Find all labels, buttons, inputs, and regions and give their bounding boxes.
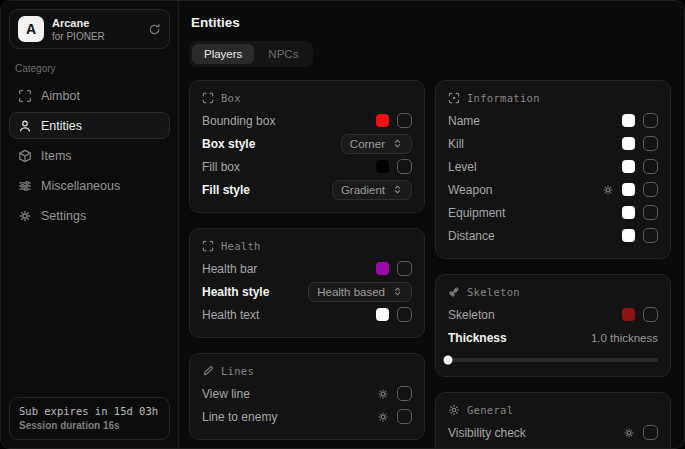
thickness-slider[interactable] — [448, 358, 658, 362]
gear-mini-icon[interactable] — [377, 411, 389, 423]
setting-row-view-line: View line — [202, 382, 412, 405]
setting-label: Fill box — [202, 160, 240, 174]
sidebar-item-items[interactable]: Items — [9, 142, 170, 169]
tab-players[interactable]: Players — [192, 44, 254, 64]
gear-mini-icon[interactable] — [623, 427, 635, 439]
dropdown-value: Gradient — [341, 184, 385, 196]
color-swatch[interactable] — [376, 262, 389, 275]
app-logo: A — [18, 16, 44, 42]
brand-text: Arcane for PIONER — [52, 17, 105, 42]
checkbox[interactable] — [397, 113, 412, 128]
gear-mini-icon[interactable] — [602, 184, 614, 196]
sidebar-item-label: Miscellaneous — [41, 179, 120, 193]
health-panel-icon — [202, 240, 214, 252]
tab-npcs[interactable]: NPCs — [256, 44, 310, 64]
color-swatch[interactable] — [622, 206, 635, 219]
sidebar-item-settings[interactable]: Settings — [9, 202, 170, 229]
app-window: A Arcane for PIONER Category Aimbot Enti… — [0, 0, 685, 449]
checkbox[interactable] — [643, 113, 658, 128]
checkbox[interactable] — [397, 409, 412, 424]
setting-label: Fill style — [202, 183, 250, 197]
box-style-dropdown[interactable]: Corner — [341, 134, 412, 154]
information-panel-icon — [448, 92, 460, 104]
dropdown-value: Health based — [317, 286, 385, 298]
color-swatch[interactable] — [376, 308, 389, 321]
thickness-value: 1.0 thickness — [591, 332, 658, 344]
sidebar-item-aimbot[interactable]: Aimbot — [9, 82, 170, 109]
slider-thumb[interactable] — [444, 356, 453, 365]
session-duration-text: Session duration 16s — [19, 420, 160, 431]
panel-information-header: Information — [448, 92, 658, 104]
panel-box-header: Box — [202, 92, 412, 104]
setting-label: Kill — [448, 137, 464, 151]
sidebar-item-miscellaneous[interactable]: Miscellaneous — [9, 172, 170, 199]
color-swatch[interactable] — [622, 308, 635, 321]
setting-row-skeleton: Skeleton — [448, 303, 658, 326]
setting-row-health-text: Health text — [202, 303, 412, 326]
checkbox[interactable] — [397, 386, 412, 401]
checkbox[interactable] — [643, 136, 658, 151]
panel-skeleton: Skeleton Skeleton Thickness 1.0 thicknes… — [435, 274, 671, 377]
setting-label: Name — [448, 114, 480, 128]
panel-health: Health Health bar Health style Health ba… — [189, 228, 425, 338]
items-icon — [18, 149, 32, 163]
fill-style-dropdown[interactable]: Gradient — [332, 180, 412, 200]
color-swatch[interactable] — [622, 114, 635, 127]
color-swatch[interactable] — [376, 160, 389, 173]
setting-row-line-to-enemy: Line to enemy — [202, 405, 412, 428]
subscription-card: Sub expires in 15d 03h Session duration … — [9, 397, 170, 440]
panel-general-header: General — [448, 404, 658, 416]
main-content: Entities Players NPCs Box Bounding box — [179, 1, 684, 448]
setting-row-name: Name — [448, 109, 658, 132]
setting-label: Health bar — [202, 262, 257, 276]
setting-label: Box style — [202, 137, 255, 151]
category-label: Category — [15, 63, 164, 74]
checkbox[interactable] — [397, 307, 412, 322]
checkbox[interactable] — [643, 159, 658, 174]
panel-title: Box — [221, 92, 241, 104]
sidebar-item-entities[interactable]: Entities — [9, 112, 170, 139]
health-style-dropdown[interactable]: Health based — [308, 282, 412, 302]
setting-label: Weapon — [448, 183, 492, 197]
panel-lines: Lines View line Line to enemy — [189, 353, 425, 440]
miscellaneous-icon — [18, 179, 32, 193]
checkbox[interactable] — [643, 205, 658, 220]
checkbox[interactable] — [397, 261, 412, 276]
setting-row-fill-box: Fill box — [202, 155, 412, 178]
checkbox[interactable] — [397, 159, 412, 174]
sidebar-item-label: Settings — [41, 209, 86, 223]
dropdown-unfold-icon — [392, 184, 403, 195]
checkbox[interactable] — [643, 182, 658, 197]
color-swatch[interactable] — [622, 137, 635, 150]
checkbox[interactable] — [643, 307, 658, 322]
skeleton-panel-icon — [448, 286, 460, 298]
panel-general: General Visibility check Max distance 50… — [435, 392, 671, 449]
setting-label: Skeleton — [448, 308, 495, 322]
checkbox[interactable] — [643, 228, 658, 243]
panel-skeleton-header: Skeleton — [448, 286, 658, 298]
setting-row-distance: Distance — [448, 224, 658, 247]
setting-row-equipment: Equipment — [448, 201, 658, 224]
sub-expiry-text: Sub expires in 15d 03h — [19, 405, 160, 417]
sidebar-item-label: Items — [41, 149, 72, 163]
setting-label: Line to enemy — [202, 410, 277, 424]
panel-lines-header: Lines — [202, 365, 412, 377]
setting-label: Health text — [202, 308, 259, 322]
setting-label: Bounding box — [202, 114, 275, 128]
color-swatch[interactable] — [376, 114, 389, 127]
color-swatch[interactable] — [622, 229, 635, 242]
logo-letter: A — [26, 21, 36, 37]
refresh-icon[interactable] — [148, 23, 161, 36]
setting-row-visibility-check: Visibility check — [448, 421, 658, 444]
color-swatch[interactable] — [622, 160, 635, 173]
gear-mini-icon[interactable] — [377, 388, 389, 400]
settings-icon — [18, 209, 32, 223]
color-swatch[interactable] — [622, 183, 635, 196]
panel-title: Lines — [221, 365, 254, 377]
checkbox[interactable] — [643, 425, 658, 440]
setting-label: Equipment — [448, 206, 505, 220]
panel-title: Skeleton — [467, 286, 520, 298]
setting-row-weapon: Weapon — [448, 178, 658, 201]
panel-health-header: Health — [202, 240, 412, 252]
setting-label: Distance — [448, 229, 495, 243]
